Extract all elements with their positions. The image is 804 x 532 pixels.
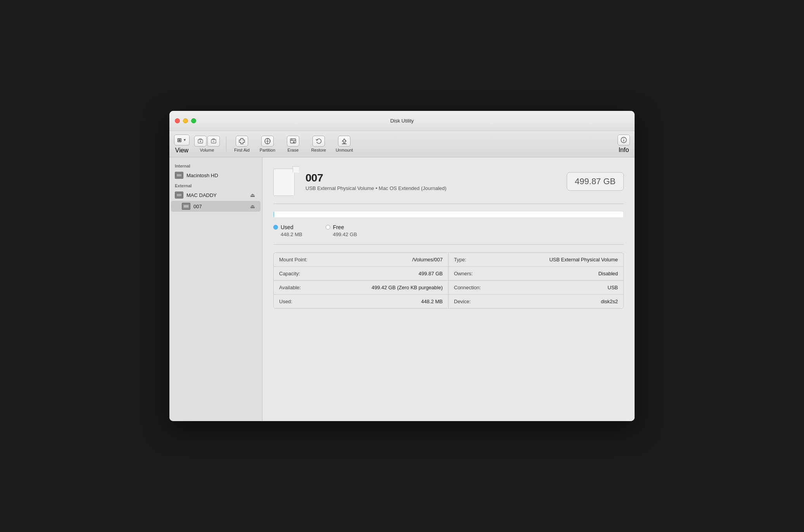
storage-legend: Used 448.2 MB Free 499.42 GB <box>273 224 624 237</box>
legend-used: Used 448.2 MB <box>273 224 302 237</box>
legend-free: Free 499.42 GB <box>326 224 357 237</box>
007-eject-icon[interactable]: ⏏ <box>250 203 255 209</box>
volume-label: Volume <box>200 148 214 152</box>
unmount-label: Unmount <box>336 148 353 152</box>
sidebar: Internal Macintosh HD External <box>169 157 262 421</box>
toolbar-separator <box>226 136 226 152</box>
first-aid-icon <box>236 136 248 147</box>
table-row: Device:disk2s2 <box>449 295 623 308</box>
info-group: Info <box>618 135 630 154</box>
info-value-text: Disabled <box>598 271 618 276</box>
doc-corner-fold <box>293 166 299 173</box>
info-label-text: Type: <box>454 257 466 263</box>
sidebar-item-macintosh-hd[interactable]: Macintosh HD <box>171 170 261 181</box>
header-divider <box>273 204 624 204</box>
table-row: Available:499.42 GB (Zero KB purgeable) <box>274 281 448 295</box>
detail-panel: 007 USB External Physical Volume • Mac O… <box>262 157 635 421</box>
disk-utility-window: Disk Utility ⊞ ▼ View <box>169 111 635 421</box>
info-button[interactable] <box>618 135 630 145</box>
view-icon: ⊞ <box>177 137 182 143</box>
external-section-header: External <box>169 181 262 189</box>
close-button[interactable] <box>175 118 180 123</box>
unmount-button[interactable]: Unmount <box>333 134 356 154</box>
table-row: Used:448.2 MB <box>274 295 448 308</box>
info-value-text: 499.87 GB <box>419 271 443 276</box>
fullscreen-button[interactable] <box>191 118 196 123</box>
erase-button[interactable]: Erase <box>281 134 305 154</box>
view-group: ⊞ ▼ View <box>174 135 190 154</box>
legend-free-label: Free <box>326 224 357 230</box>
mac-daddy-label: MAC DADDY <box>186 192 217 198</box>
svg-rect-23 <box>184 205 188 207</box>
disk-size-badge: 499.87 GB <box>567 172 624 191</box>
internal-section-header: Internal <box>169 161 262 169</box>
view-button[interactable]: ⊞ ▼ <box>174 135 190 145</box>
table-row: Owners:Disabled <box>449 267 623 281</box>
info-value-text: USB <box>607 285 618 290</box>
disk-info: 007 USB External Physical Volume • Mac O… <box>305 172 560 191</box>
view-label: View <box>175 147 188 154</box>
table-row: Mount Point:/Volumes/007 <box>274 253 448 267</box>
info-label-text: Device: <box>454 299 471 304</box>
storage-bar <box>273 211 624 218</box>
info-label-text: Used: <box>279 299 292 304</box>
info-col-left: Mount Point:/Volumes/007Capacity:499.87 … <box>274 253 449 308</box>
disk-subtitle: USB External Physical Volume • Mac OS Ex… <box>305 185 560 191</box>
restore-label: Restore <box>311 148 326 152</box>
title-bar: Disk Utility <box>169 111 635 131</box>
minimize-button[interactable] <box>183 118 188 123</box>
restore-icon <box>312 136 325 147</box>
used-dot-icon <box>273 225 278 230</box>
info-label: Info <box>619 147 629 154</box>
svg-point-17 <box>623 138 624 139</box>
mac-daddy-eject-icon[interactable]: ⏏ <box>250 192 255 198</box>
007-label: 007 <box>193 204 202 209</box>
remove-volume-button[interactable] <box>207 136 220 147</box>
used-value: 448.2 MB <box>273 231 302 237</box>
info-label-text: Owners: <box>454 271 473 276</box>
info-col-right: Type:USB External Physical VolumeOwners:… <box>449 253 623 308</box>
info-value-text: /Volumes/007 <box>412 257 443 263</box>
info-label-text: Connection: <box>454 285 481 290</box>
partition-button[interactable]: Partition <box>256 134 279 154</box>
legend-used-label: Used <box>273 224 302 230</box>
svg-rect-19 <box>177 174 181 176</box>
info-value-text: disk2s2 <box>601 299 618 304</box>
mac-daddy-icon <box>175 192 183 199</box>
sidebar-item-007[interactable]: 007 ⏏ <box>171 201 261 212</box>
info-value-text: 448.2 MB <box>421 299 443 304</box>
info-table: Mount Point:/Volumes/007Capacity:499.87 … <box>273 252 624 309</box>
disk-doc-icon <box>273 167 298 196</box>
erase-label: Erase <box>288 148 299 152</box>
doc-body <box>273 169 295 196</box>
toolbar: ⊞ ▼ View <box>169 131 635 157</box>
legend-divider <box>273 244 624 245</box>
partition-label: Partition <box>260 148 275 152</box>
sidebar-item-mac-daddy[interactable]: MAC DADDY ⏏ <box>171 190 261 200</box>
macintosh-hd-label: Macintosh HD <box>186 173 218 178</box>
table-row: Connection:USB <box>449 281 623 295</box>
info-label-text: Available: <box>279 285 301 290</box>
disk-name: 007 <box>305 172 560 184</box>
info-value-text: USB External Physical Volume <box>549 257 618 263</box>
partition-icon <box>261 136 274 147</box>
first-aid-button[interactable]: First Aid <box>230 134 254 154</box>
window-title: Disk Utility <box>390 118 414 124</box>
info-label-text: Mount Point: <box>279 257 307 263</box>
free-dot-icon <box>326 225 330 230</box>
unmount-icon <box>338 136 350 147</box>
traffic-lights <box>175 118 196 123</box>
table-row: Type:USB External Physical Volume <box>449 253 623 267</box>
add-volume-button[interactable] <box>194 136 207 147</box>
info-label-text: Capacity: <box>279 271 300 276</box>
disk-header: 007 USB External Physical Volume • Mac O… <box>273 167 624 196</box>
info-value-text: 499.42 GB (Zero KB purgeable) <box>371 285 443 290</box>
svg-rect-8 <box>290 139 296 143</box>
erase-icon <box>287 136 299 147</box>
007-icon <box>182 203 190 210</box>
chevron-down-icon: ▼ <box>183 138 186 142</box>
svg-marker-13 <box>342 139 346 143</box>
first-aid-label: First Aid <box>234 148 250 152</box>
restore-button[interactable]: Restore <box>307 134 330 154</box>
volume-group: Volume <box>194 136 220 152</box>
